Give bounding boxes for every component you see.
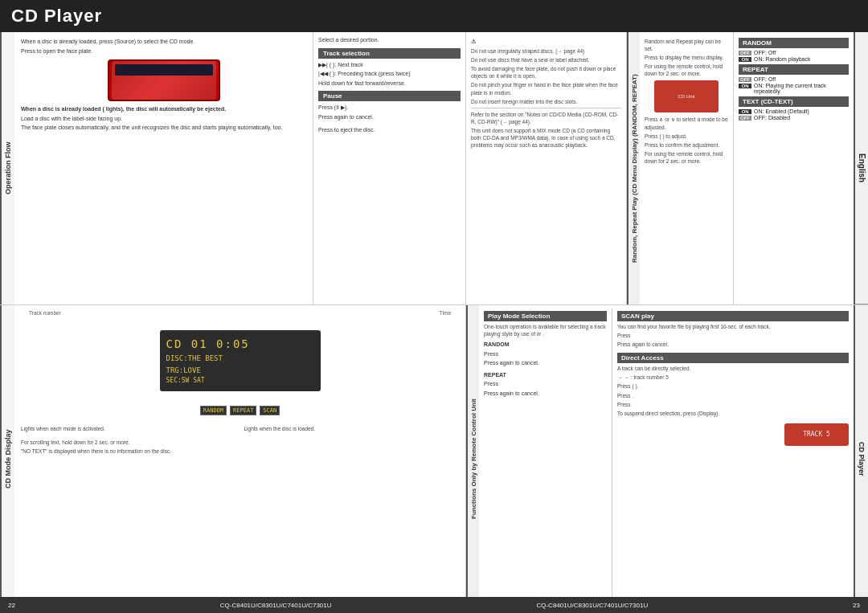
track-selection-header: Track selection <box>318 48 461 59</box>
page-footer: 22 CQ-C8401U/C8301U/C7401U/C7301U CQ-C84… <box>0 597 868 613</box>
track-hold: Hold down for fast forward/reverse. <box>318 80 461 88</box>
warn-seal: Do not use discs that have a seal or lab… <box>471 56 621 63</box>
time-label: Time <box>440 310 451 316</box>
rr-step5: Press to confirm the adjustment. <box>645 141 728 149</box>
rr-step2: For using the remote control, hold down … <box>645 63 728 77</box>
random-repeat-sidebar-label: Random, Repeat Play (CD Menu Display) (R… <box>627 32 640 304</box>
scan-step2: Press again to cancel. <box>617 341 849 348</box>
direct-access-header: Direct Access <box>617 353 849 363</box>
note-mix-mode: This unit does not support a MIX mode CD… <box>471 127 621 149</box>
rr-step6: For using the remote control, hold down … <box>645 150 728 165</box>
note1: For scrolling text, hold down for 2 sec.… <box>21 439 459 446</box>
cd-display-screen: CD 01 0:05 DISC:THE BEST TRG:LOVE SEC:SW… <box>160 330 321 391</box>
step4-text: The face plate closes automatically, and… <box>21 124 306 133</box>
warn-face: To avoid damaging the face plate, do not… <box>471 65 621 80</box>
play-random-text: Press <box>484 350 607 359</box>
direct-step2: Press . <box>617 392 849 399</box>
rr-step1: Press to display the menu display. <box>645 54 728 61</box>
right-col-panels: SCAN play You can find your favorite fil… <box>612 309 849 610</box>
header: CD Player <box>0 0 868 32</box>
note2: "NO TEXT" is displayed when there is no … <box>21 447 459 455</box>
track-prev: |◀◀ ( ): Preceding track (press twice) <box>318 70 461 79</box>
track-number-label: Track number <box>29 310 61 316</box>
display-line2: DISC:THE BEST <box>166 353 314 364</box>
text-on-line: ON ON: Enabled (Default) <box>739 108 849 114</box>
select-text: Select a desired portion. <box>318 36 461 45</box>
warn-irregular: Do not use irregularly shaped discs. (→ … <box>471 47 621 55</box>
rr-step3: Press ∧ or ∨ to select a mode to be adju… <box>645 116 728 130</box>
step2-text: When a disc is already loaded ( lights),… <box>21 105 306 114</box>
cd-player-side-label: CD Player <box>855 305 868 613</box>
play-repeat-text: Press <box>484 380 607 389</box>
play-random-label: RANDOM <box>484 341 607 349</box>
direct-arrow: → : track number 5 <box>617 374 849 381</box>
random-on-line: ON ON: Random playback <box>739 56 849 62</box>
warn-pinch: Do not pinch your finger or hand in the … <box>471 81 621 96</box>
pause-press: Press (II ▶). <box>318 104 461 112</box>
text-cd-header: TEXT (CD-TEXT) <box>739 96 849 107</box>
direct-step3: Press <box>617 401 849 408</box>
direct-intro: A track can be directly selected. <box>617 365 849 372</box>
display-line1: CD 01 0:05 <box>166 335 314 353</box>
scan-indicator: SCAN <box>260 406 280 415</box>
model-left: CQ-C8401U/C8301U/C7401U/C7301U <box>220 602 332 609</box>
warn-foreign: Do not insert foreign matter into the di… <box>471 98 621 105</box>
eject-text: Press to eject the disc. <box>318 126 461 135</box>
note-cd-rom: Refer to the section on "Notes on CD/CD … <box>471 111 621 125</box>
play-repeat-label: REPEAT <box>484 371 607 380</box>
track-next: ▶▶| ( ): Next track <box>318 61 461 70</box>
random-off-line: OFF OFF: Off <box>739 50 849 55</box>
play-random-cancel: Press again to cancel. <box>484 359 607 368</box>
model-right: CQ-C8401U/C8301U/C7401U/C7301U <box>536 602 648 609</box>
display-line4: SEC:SW SAT <box>166 376 314 386</box>
note-light2: Lights when the disc is loaded. <box>244 425 460 432</box>
cd-mode-label: CD Mode Display <box>0 305 14 613</box>
pause-cancel: Press again to cancel. <box>318 113 461 122</box>
direct-note: To suspend direct selection, press (Disp… <box>617 410 849 417</box>
scan-intro: You can find your favorite file by playi… <box>617 323 849 330</box>
note-light1: Lights when each mode is activated. <box>21 425 236 432</box>
play-mode-header: Play Mode Selection <box>484 311 607 321</box>
step3-text: Load a disc with the label-side facing u… <box>21 115 306 124</box>
scan-header: SCAN play <box>617 311 849 321</box>
page-number-right: 23 <box>853 602 860 609</box>
page-number-left: 22 <box>8 602 15 609</box>
page-title: CD Player <box>11 6 102 27</box>
direct-step1: Press ( ). <box>617 382 849 390</box>
play-repeat-cancel: Press again to cancel. <box>484 390 607 398</box>
intro-text: When a disc is already loaded, press (So… <box>21 38 306 47</box>
text-off-line: OFF OFF: Disabled <box>739 115 849 121</box>
repeat-indicator: REPEAT <box>230 406 256 415</box>
display-line3: TRG:LOVE <box>166 365 314 376</box>
random-header: RANDOM <box>739 38 849 48</box>
random-indicator: RANDOM <box>200 406 227 415</box>
rr-step4: Press ( ) to adjust. <box>645 133 728 140</box>
warnings-section: ⚠ Do not use irregularly shaped discs. (… <box>466 32 627 304</box>
scan-step1: Press <box>617 332 849 339</box>
play-mode-section: Play Mode Selection One-touch operation … <box>484 309 612 610</box>
play-mode-intro: One-touch operation is available for sel… <box>484 323 607 337</box>
english-side-label: English <box>855 32 868 304</box>
display-indicators: RANDOM REPEAT SCAN <box>21 406 459 415</box>
rr-cd-unit-image: CD Unit <box>654 80 719 112</box>
repeat-off-line: OFF OFF: Off <box>739 76 849 82</box>
functions-sidebar-label: Functions Only by Remote Control Unit <box>466 305 479 613</box>
repeat-on-line: ON ON: Playing the current track repeate… <box>739 83 849 94</box>
rr-intro: Random and Repeat play can be set. <box>645 38 728 52</box>
repeat-header: REPEAT <box>739 64 849 75</box>
direct-track-display: TRACK 5 <box>784 423 849 446</box>
step1-text: Press to open the face plate. <box>21 47 306 56</box>
pause-header: Pause <box>318 91 461 101</box>
cd-unit-image <box>108 59 220 101</box>
operation-flow-label: Operation Flow <box>0 32 14 304</box>
